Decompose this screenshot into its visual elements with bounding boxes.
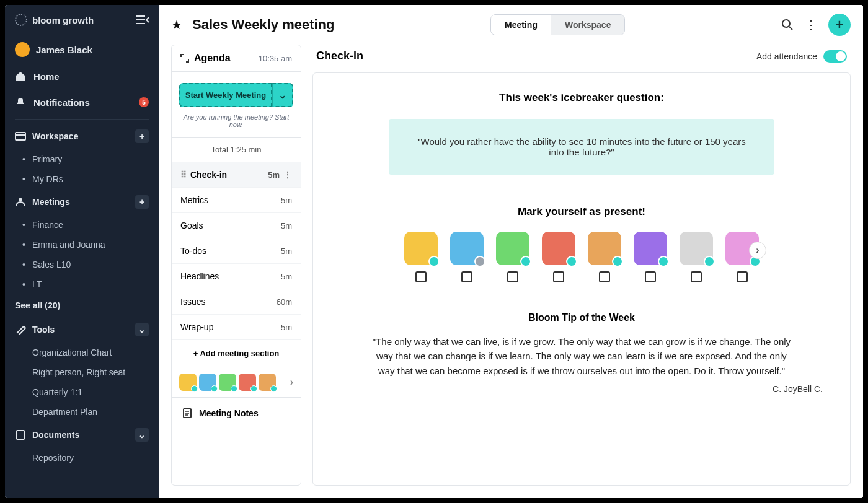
nav-notifications[interactable]: Notifications 5 [5,89,159,115]
section-meetings[interactable]: Meetings + [5,189,159,215]
attendee-avatar-icon[interactable] [542,232,575,265]
svg-rect-0 [16,133,25,140]
agenda-item-issues[interactable]: Issues 60m [172,289,301,315]
attendee-avatar-icon[interactable] [680,232,713,265]
attendee-avatar-icon[interactable] [496,232,529,265]
collapse-sidebar-icon[interactable] [136,15,149,25]
attendance-toggle[interactable] [823,50,847,63]
tip-quote: "The only way that we can live, is if we… [369,335,794,378]
present-checkbox[interactable] [691,271,702,282]
attendee-avatar-icon[interactable] [179,374,197,391]
attendee-avatar-icon[interactable] [588,232,621,265]
section-tools[interactable]: Tools ⌄ [5,317,159,343]
attendees-scroll-next-icon[interactable]: › [749,242,766,259]
favorite-star-icon[interactable]: ★ [171,17,182,32]
attendance-toggle-row: Add attendance [756,50,847,63]
tool-dept-plan[interactable]: Department Plan [5,402,159,422]
attendees-next-icon[interactable]: › [290,377,293,388]
agenda-item-duration: 5m [281,272,292,281]
add-section-button[interactable]: + Add meeting section [172,340,301,367]
meeting-notes-button[interactable]: Meeting Notes [172,397,301,429]
notification-badge: 5 [139,97,149,107]
attendee [404,232,438,282]
attendee-avatar-icon[interactable] [634,232,667,265]
svg-rect-2 [17,431,24,439]
agenda-item-label: To-dos [180,246,281,256]
svg-point-1 [19,198,22,201]
more-menu-icon[interactable]: ⋮ [805,17,817,32]
add-workspace-button[interactable]: + [135,129,149,143]
meetings-icon [15,196,26,208]
present-checkbox[interactable] [737,271,748,282]
tool-right-seat[interactable]: Right person, Right seat [5,362,159,382]
attendee [450,232,484,282]
doc-repository[interactable]: Repository [5,448,159,468]
icebreaker-question: "Would you rather have the ability to se… [389,119,774,175]
agenda-item-wrapup[interactable]: Wrap-up 5m [172,315,301,340]
attendee-avatar-icon[interactable] [199,374,216,391]
icebreaker-heading: This week's icebreaker question: [499,92,664,104]
brand-logo-icon [15,14,27,26]
checkin-title: Check-in [316,50,363,63]
start-meeting-button[interactable]: Start Weekly Meeting [179,83,272,107]
present-checkbox[interactable] [507,271,518,282]
present-checkbox[interactable] [645,271,656,282]
attendee-avatar-icon[interactable] [259,374,276,391]
topbar: ★ Sales Weekly meeting Meeting Workspace… [159,5,863,45]
agenda-item-duration: 60m [277,297,292,307]
agenda-item-metrics[interactable]: Metrics 5m [172,188,301,213]
agenda-item-duration: 5m [281,221,292,230]
sidebar-user[interactable]: James Black [5,36,159,63]
present-checkbox[interactable] [461,271,472,282]
add-meeting-button[interactable]: + [135,195,149,209]
attendee [542,232,575,282]
add-new-button[interactable]: + [828,14,851,36]
meeting-item-finance[interactable]: Finance [5,215,159,235]
present-heading: Mark yourself as present! [518,206,645,218]
agenda-item-goals[interactable]: Goals 5m [172,213,301,238]
section-documents[interactable]: Documents ⌄ [5,422,159,448]
user-avatar-icon [15,42,30,57]
documents-chevron-icon[interactable]: ⌄ [135,428,149,442]
start-meeting-dropdown[interactable]: ⌄ [272,83,293,107]
tab-workspace[interactable]: Workspace [551,15,624,35]
agenda-item-checkin[interactable]: ⠿ Check-in 5m ⋮ [172,162,301,188]
checkin-panel: Check-in Add attendance This week's iceb… [312,45,851,486]
attendee-avatar-icon[interactable] [450,232,484,265]
tool-quarterly[interactable]: Quarterly 1:1 [5,382,159,402]
present-checkbox[interactable] [415,271,427,282]
present-checkbox[interactable] [599,271,610,282]
attendance-label: Add attendance [756,51,817,61]
brand[interactable]: bloom growth [15,14,94,26]
agenda-expand-icon[interactable] [180,54,189,63]
meeting-item-lt[interactable]: LT [5,274,159,294]
search-icon[interactable] [781,19,794,31]
drag-grip-icon[interactable]: ⠿ [180,170,187,180]
meeting-item-sales-l10[interactable]: Sales L10 [5,255,159,274]
brand-name: bloom growth [32,15,94,25]
section-workspace[interactable]: Workspace + [5,123,159,149]
attendee-avatar-icon[interactable] [219,374,236,391]
agenda-item-label: Goals [180,221,281,230]
agenda-item-label: Metrics [180,195,281,205]
meetings-see-all[interactable]: See all (20) [5,294,159,317]
meeting-item-emma-joanna[interactable]: Emma and Joanna [5,235,159,255]
tools-chevron-icon[interactable]: ⌄ [135,323,149,336]
attendee-avatar-icon[interactable] [239,374,256,391]
nav-home[interactable]: Home [5,63,159,89]
agenda-item-more-icon[interactable]: ⋮ [283,170,292,180]
workspace-item-mydrs[interactable]: My DRs [5,169,159,189]
home-icon [15,71,26,82]
agenda-item-todos[interactable]: To-dos 5m [172,238,301,264]
workspace-item-primary[interactable]: Primary [5,149,159,169]
attendee [588,232,621,282]
agenda-item-duration: 5m [268,170,280,180]
present-checkbox[interactable] [553,271,564,282]
checkin-card: This week's icebreaker question: "Would … [312,72,851,486]
divider [15,119,149,120]
content: Agenda 10:35 am Start Weekly Meeting ⌄ A… [159,45,863,498]
tool-org-chart[interactable]: Organizational Chart [5,343,159,362]
tab-meeting[interactable]: Meeting [491,15,551,35]
attendee-avatar-icon[interactable] [404,232,438,265]
agenda-item-headlines[interactable]: Headlines 5m [172,264,301,289]
